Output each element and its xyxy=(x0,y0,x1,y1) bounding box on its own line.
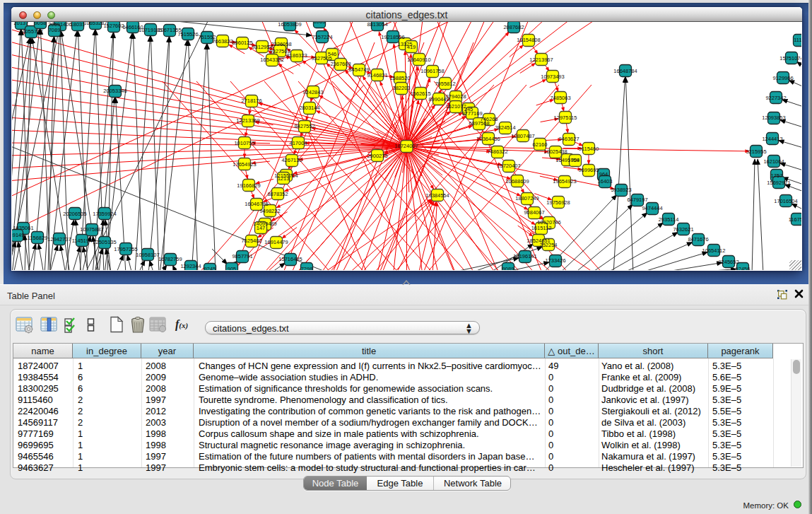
svg-text:17016504: 17016504 xyxy=(774,198,797,204)
svg-text:7298: 7298 xyxy=(301,266,313,270)
svg-text:10958107: 10958107 xyxy=(136,252,159,258)
svg-text:16914479: 16914479 xyxy=(264,239,288,245)
svg-text:3215955: 3215955 xyxy=(746,148,766,155)
svg-text:19166829: 19166829 xyxy=(237,182,260,189)
svg-text:9245652: 9245652 xyxy=(718,259,739,265)
svg-text:7955812: 7955812 xyxy=(435,81,455,87)
svg-text:17654923: 17654923 xyxy=(233,161,256,168)
svg-text:9474444: 9474444 xyxy=(642,205,662,211)
svg-text:18807249: 18807249 xyxy=(515,195,539,201)
svg-text:14055712: 14055712 xyxy=(19,28,42,35)
svg-text:9115460: 9115460 xyxy=(579,146,599,152)
svg-text:19218506: 19218506 xyxy=(381,34,404,40)
svg-text:7485063: 7485063 xyxy=(550,95,570,101)
svg-text:19756928: 19756928 xyxy=(546,199,570,206)
svg-text:12505135: 12505135 xyxy=(93,239,116,245)
svg-text:16046786: 16046786 xyxy=(245,201,268,207)
svg-text:9498222: 9498222 xyxy=(259,208,280,214)
svg-text:18724007: 18724007 xyxy=(394,143,418,149)
svg-text:1562615: 1562615 xyxy=(410,90,430,97)
svg-text:1733426: 1733426 xyxy=(545,257,565,264)
svg-text:15692971: 15692971 xyxy=(767,180,790,186)
svg-text:16648784: 16648784 xyxy=(613,68,637,74)
svg-text:1112: 1112 xyxy=(794,37,801,43)
svg-text:905: 905 xyxy=(228,266,237,270)
svg-text:2935114: 2935114 xyxy=(659,216,679,223)
svg-text:1213: 1213 xyxy=(278,175,290,182)
svg-text:10654112: 10654112 xyxy=(702,247,726,254)
svg-text:9084067: 9084067 xyxy=(524,209,544,216)
svg-text:7663822: 7663822 xyxy=(212,38,233,45)
svg-text:252254: 252254 xyxy=(539,242,557,248)
svg-text:1757: 1757 xyxy=(771,173,783,179)
svg-text:2900275: 2900275 xyxy=(367,153,387,159)
svg-text:9857791: 9857791 xyxy=(232,253,252,259)
svg-text:18031: 18031 xyxy=(71,22,86,28)
svg-text:12213369: 12213369 xyxy=(236,117,259,124)
svg-text:9699695: 9699695 xyxy=(578,167,599,173)
svg-text:10025438: 10025438 xyxy=(543,148,567,155)
svg-text:8186323: 8186323 xyxy=(286,52,307,59)
svg-text:16782759: 16782759 xyxy=(158,256,182,262)
svg-text:1010755: 1010755 xyxy=(234,140,254,146)
svg-text:2718176: 2718176 xyxy=(241,98,261,104)
svg-text:382203: 382203 xyxy=(392,85,410,91)
svg-text:19654923: 19654923 xyxy=(553,178,576,185)
svg-text:5938923: 5938923 xyxy=(611,187,631,193)
svg-text:1156829: 1156829 xyxy=(28,235,48,241)
svg-text:7089: 7089 xyxy=(49,27,61,33)
svg-text:1615112: 1615112 xyxy=(531,225,552,231)
svg-text:8471676: 8471676 xyxy=(688,236,708,243)
svg-text:9245: 9245 xyxy=(204,266,216,270)
svg-text:9463627: 9463627 xyxy=(558,136,579,142)
svg-text:1621064: 1621064 xyxy=(763,158,784,165)
svg-text:17957255: 17957255 xyxy=(114,246,137,252)
svg-text:62160: 62160 xyxy=(533,141,548,148)
svg-text:546: 546 xyxy=(328,51,337,57)
svg-text:9058: 9058 xyxy=(35,22,47,26)
svg-text:7486322: 7486322 xyxy=(487,148,507,155)
svg-text:9777169: 9777169 xyxy=(461,110,482,117)
svg-text:92456: 92456 xyxy=(736,266,751,270)
svg-text:6897568: 6897568 xyxy=(469,120,489,127)
svg-text:2367608: 2367608 xyxy=(330,61,351,67)
svg-text:4267130: 4267130 xyxy=(281,157,302,163)
svg-text:20206535: 20206535 xyxy=(63,211,86,217)
svg-text:15720407: 15720407 xyxy=(497,163,520,169)
svg-text:9129966: 9129966 xyxy=(772,75,793,81)
svg-text:7632621: 7632621 xyxy=(673,226,693,233)
svg-text:3824514: 3824514 xyxy=(495,124,515,131)
svg-text:1588520: 1588520 xyxy=(389,75,410,81)
svg-text:417004: 417004 xyxy=(289,140,307,146)
svg-text:10807487: 10807487 xyxy=(511,133,534,139)
svg-text:6479197: 6479197 xyxy=(627,197,647,203)
svg-text:1621072: 1621072 xyxy=(445,103,466,110)
svg-text:9227342: 9227342 xyxy=(765,95,786,101)
svg-text:419: 419 xyxy=(407,44,416,50)
svg-text:2226058: 2226058 xyxy=(271,41,291,47)
svg-text:10688609: 10688609 xyxy=(505,178,529,185)
svg-text:2087682: 2087682 xyxy=(503,24,524,30)
svg-text:14196141: 14196141 xyxy=(513,253,536,259)
svg-text:147: 147 xyxy=(257,225,266,231)
svg-text:20137: 20137 xyxy=(14,22,29,26)
svg-text:20364436: 20364436 xyxy=(476,136,500,142)
svg-text:9794028: 9794028 xyxy=(445,93,466,100)
svg-text:15716485: 15716485 xyxy=(278,256,302,262)
svg-text:9089: 9089 xyxy=(502,266,514,270)
svg-text:20053346: 20053346 xyxy=(103,88,126,94)
svg-text:1065: 1065 xyxy=(314,22,326,25)
svg-text:39149: 39149 xyxy=(12,232,24,238)
svg-text:116753: 116753 xyxy=(789,216,801,223)
svg-text:2803144: 2803144 xyxy=(299,105,319,111)
svg-text:1145194: 1145194 xyxy=(72,238,93,244)
svg-text:8960125: 8960125 xyxy=(232,40,252,46)
svg-text:7625402: 7625402 xyxy=(241,238,261,244)
svg-text:18640910: 18640910 xyxy=(407,57,430,63)
svg-text:1835061: 1835061 xyxy=(13,225,33,231)
svg-text:1527602: 1527602 xyxy=(103,23,124,29)
svg-text:12942737: 12942737 xyxy=(47,236,71,243)
svg-text:16403: 16403 xyxy=(598,178,613,185)
svg-text:17359924: 17359924 xyxy=(93,211,116,217)
svg-text:1292344: 1292344 xyxy=(180,263,201,269)
